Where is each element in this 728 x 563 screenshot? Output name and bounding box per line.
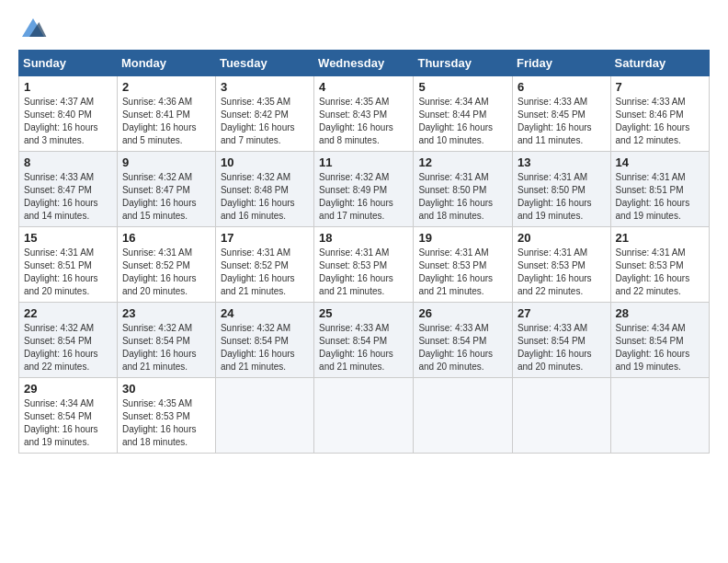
day-info: Sunrise: 4:34 AMSunset: 8:54 PMDaylight:…: [24, 397, 112, 449]
day-number: 28: [616, 306, 704, 320]
calendar-week-row: 8Sunrise: 4:33 AMSunset: 8:47 PMDaylight…: [19, 152, 710, 227]
day-number: 7: [616, 80, 704, 94]
calendar-cell: 3Sunrise: 4:35 AMSunset: 8:42 PMDaylight…: [215, 76, 313, 152]
day-number: 4: [319, 80, 408, 94]
calendar-cell: 4Sunrise: 4:35 AMSunset: 8:43 PMDaylight…: [314, 76, 414, 152]
calendar-cell: 14Sunrise: 4:31 AMSunset: 8:51 PMDayligh…: [610, 152, 709, 227]
day-info: Sunrise: 4:32 AMSunset: 8:54 PMDaylight:…: [221, 322, 309, 373]
day-info: Sunrise: 4:35 AMSunset: 8:53 PMDaylight:…: [122, 397, 210, 449]
day-number: 23: [122, 306, 210, 320]
day-number: 21: [616, 231, 704, 245]
calendar-cell: [513, 378, 611, 454]
calendar-cell: 30Sunrise: 4:35 AMSunset: 8:53 PMDayligh…: [117, 378, 215, 454]
calendar-cell: 27Sunrise: 4:33 AMSunset: 8:54 PMDayligh…: [513, 303, 611, 378]
day-info: Sunrise: 4:34 AMSunset: 8:54 PMDaylight:…: [616, 322, 704, 373]
calendar-header-thursday: Thursday: [414, 51, 513, 76]
calendar-header-friday: Friday: [513, 51, 611, 76]
calendar-cell: 1Sunrise: 4:37 AMSunset: 8:40 PMDaylight…: [19, 76, 118, 152]
day-info: Sunrise: 4:36 AMSunset: 8:41 PMDaylight:…: [122, 96, 210, 147]
calendar-cell: 22Sunrise: 4:32 AMSunset: 8:54 PMDayligh…: [19, 303, 118, 378]
day-info: Sunrise: 4:32 AMSunset: 8:47 PMDaylight:…: [122, 171, 210, 223]
day-number: 25: [319, 306, 408, 320]
calendar-cell: 18Sunrise: 4:31 AMSunset: 8:53 PMDayligh…: [314, 227, 414, 303]
calendar-cell: 29Sunrise: 4:34 AMSunset: 8:54 PMDayligh…: [19, 378, 118, 454]
day-info: Sunrise: 4:33 AMSunset: 8:54 PMDaylight:…: [518, 322, 606, 373]
calendar-cell: 23Sunrise: 4:32 AMSunset: 8:54 PMDayligh…: [117, 303, 215, 378]
calendar-cell: 13Sunrise: 4:31 AMSunset: 8:50 PMDayligh…: [513, 152, 611, 227]
day-number: 20: [518, 231, 606, 245]
calendar-week-row: 15Sunrise: 4:31 AMSunset: 8:51 PMDayligh…: [19, 227, 710, 303]
day-info: Sunrise: 4:32 AMSunset: 8:49 PMDaylight:…: [319, 171, 408, 223]
calendar-header-saturday: Saturday: [610, 51, 709, 76]
calendar-week-row: 22Sunrise: 4:32 AMSunset: 8:54 PMDayligh…: [19, 303, 710, 378]
calendar-cell: 28Sunrise: 4:34 AMSunset: 8:54 PMDayligh…: [610, 303, 709, 378]
header: [18, 15, 710, 40]
calendar-header-sunday: Sunday: [19, 51, 118, 76]
day-info: Sunrise: 4:35 AMSunset: 8:42 PMDaylight:…: [221, 96, 309, 147]
calendar-header-monday: Monday: [117, 51, 215, 76]
day-number: 15: [24, 231, 112, 245]
day-info: Sunrise: 4:35 AMSunset: 8:43 PMDaylight:…: [319, 96, 408, 147]
day-info: Sunrise: 4:33 AMSunset: 8:47 PMDaylight:…: [24, 171, 112, 223]
day-info: Sunrise: 4:34 AMSunset: 8:44 PMDaylight:…: [418, 96, 507, 147]
day-number: 13: [518, 155, 606, 169]
day-info: Sunrise: 4:31 AMSunset: 8:51 PMDaylight:…: [616, 171, 704, 223]
day-number: 19: [418, 231, 507, 245]
calendar-week-row: 1Sunrise: 4:37 AMSunset: 8:40 PMDaylight…: [19, 76, 710, 152]
day-info: Sunrise: 4:32 AMSunset: 8:54 PMDaylight:…: [122, 322, 210, 373]
day-number: 14: [616, 155, 704, 169]
day-info: Sunrise: 4:33 AMSunset: 8:46 PMDaylight:…: [616, 96, 704, 147]
day-number: 27: [518, 306, 606, 320]
calendar-cell: 19Sunrise: 4:31 AMSunset: 8:53 PMDayligh…: [414, 227, 513, 303]
day-info: Sunrise: 4:37 AMSunset: 8:40 PMDaylight:…: [24, 96, 112, 147]
day-info: Sunrise: 4:31 AMSunset: 8:52 PMDaylight:…: [122, 247, 210, 298]
day-number: 10: [221, 155, 309, 169]
day-info: Sunrise: 4:31 AMSunset: 8:51 PMDaylight:…: [24, 247, 112, 298]
calendar-cell: 10Sunrise: 4:32 AMSunset: 8:48 PMDayligh…: [215, 152, 313, 227]
calendar-cell: 9Sunrise: 4:32 AMSunset: 8:47 PMDaylight…: [117, 152, 215, 227]
day-info: Sunrise: 4:33 AMSunset: 8:54 PMDaylight:…: [418, 322, 507, 373]
day-number: 30: [122, 382, 210, 396]
day-info: Sunrise: 4:31 AMSunset: 8:53 PMDaylight:…: [319, 247, 408, 298]
calendar-cell: 25Sunrise: 4:33 AMSunset: 8:54 PMDayligh…: [314, 303, 414, 378]
calendar-cell: [610, 378, 709, 454]
day-number: 5: [418, 80, 507, 94]
day-number: 6: [518, 80, 606, 94]
day-info: Sunrise: 4:31 AMSunset: 8:50 PMDaylight:…: [418, 171, 507, 223]
logo: [18, 15, 51, 40]
day-number: 18: [319, 231, 408, 245]
calendar-cell: 17Sunrise: 4:31 AMSunset: 8:52 PMDayligh…: [215, 227, 313, 303]
day-number: 24: [221, 306, 309, 320]
calendar-table: SundayMondayTuesdayWednesdayThursdayFrid…: [18, 50, 710, 454]
page: SundayMondayTuesdayWednesdayThursdayFrid…: [0, 0, 728, 563]
day-number: 29: [24, 382, 112, 396]
day-info: Sunrise: 4:33 AMSunset: 8:54 PMDaylight:…: [319, 322, 408, 373]
day-number: 26: [418, 306, 507, 320]
day-number: 12: [418, 155, 507, 169]
calendar-cell: 16Sunrise: 4:31 AMSunset: 8:52 PMDayligh…: [117, 227, 215, 303]
calendar-cell: 8Sunrise: 4:33 AMSunset: 8:47 PMDaylight…: [19, 152, 118, 227]
calendar-cell: [215, 378, 313, 454]
calendar-cell: 7Sunrise: 4:33 AMSunset: 8:46 PMDaylight…: [610, 76, 709, 152]
calendar-cell: 20Sunrise: 4:31 AMSunset: 8:53 PMDayligh…: [513, 227, 611, 303]
day-number: 11: [319, 155, 408, 169]
calendar-cell: 6Sunrise: 4:33 AMSunset: 8:45 PMDaylight…: [513, 76, 611, 152]
day-number: 22: [24, 306, 112, 320]
calendar-week-row: 29Sunrise: 4:34 AMSunset: 8:54 PMDayligh…: [19, 378, 710, 454]
calendar-cell: 26Sunrise: 4:33 AMSunset: 8:54 PMDayligh…: [414, 303, 513, 378]
calendar-cell: 5Sunrise: 4:34 AMSunset: 8:44 PMDaylight…: [414, 76, 513, 152]
day-number: 16: [122, 231, 210, 245]
calendar-header-tuesday: Tuesday: [215, 51, 313, 76]
calendar-cell: [414, 378, 513, 454]
calendar-header-row: SundayMondayTuesdayWednesdayThursdayFrid…: [19, 51, 710, 76]
day-number: 8: [24, 155, 112, 169]
day-info: Sunrise: 4:31 AMSunset: 8:53 PMDaylight:…: [518, 247, 606, 298]
calendar-cell: 12Sunrise: 4:31 AMSunset: 8:50 PMDayligh…: [414, 152, 513, 227]
calendar-header-wednesday: Wednesday: [314, 51, 414, 76]
logo-icon: [18, 15, 48, 40]
day-info: Sunrise: 4:31 AMSunset: 8:53 PMDaylight:…: [616, 247, 704, 298]
calendar-cell: 11Sunrise: 4:32 AMSunset: 8:49 PMDayligh…: [314, 152, 414, 227]
day-info: Sunrise: 4:31 AMSunset: 8:52 PMDaylight:…: [221, 247, 309, 298]
day-info: Sunrise: 4:31 AMSunset: 8:50 PMDaylight:…: [518, 171, 606, 223]
calendar-body: 1Sunrise: 4:37 AMSunset: 8:40 PMDaylight…: [19, 76, 710, 454]
